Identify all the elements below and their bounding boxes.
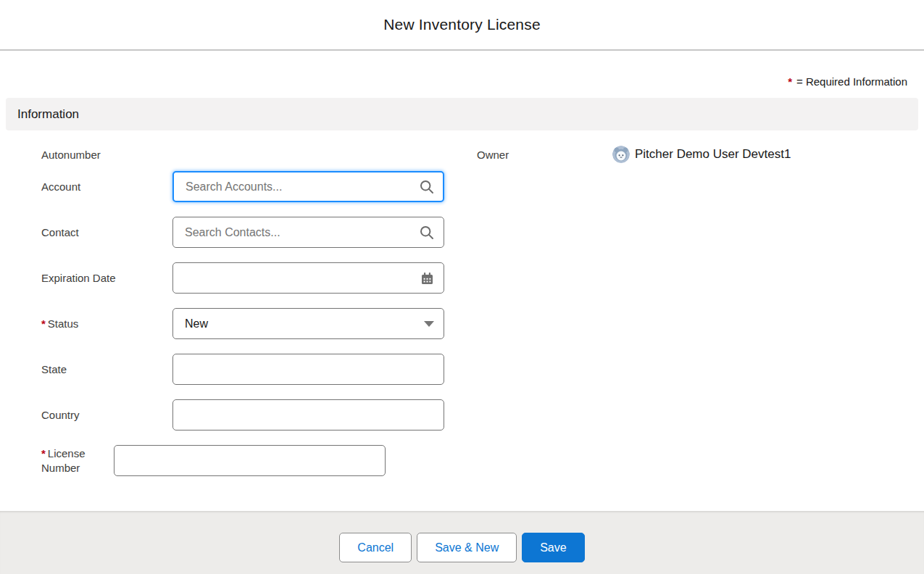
field-label-contact: Contact [41,225,172,240]
field-label-owner: Owner [477,149,612,161]
required-asterisk: * [41,317,46,330]
field-row-state: State [41,354,462,385]
form-grid: Autonumber Account [6,130,918,491]
required-asterisk: * [41,447,46,459]
state-input[interactable] [172,354,444,385]
field-label-expiration-date: Expiration Date [41,271,172,286]
account-search-input[interactable] [172,171,444,202]
save-and-new-button[interactable]: Save & New [417,533,517,562]
field-row-status: *Status New [41,308,462,339]
section-title: Information [17,107,79,122]
expiration-date-input[interactable] [172,262,444,294]
field-row-contact: Contact [41,217,462,248]
state-field-wrap [172,354,444,385]
cancel-button[interactable]: Cancel [339,533,412,562]
field-row-autonumber: Autonumber [41,148,462,162]
field-label-autonumber: Autonumber [41,148,172,162]
form-column-left: Autonumber Account [6,148,462,491]
new-inventory-license-modal: New Inventory License *= Required Inform… [0,0,924,491]
form-column-right: Owner [462,148,918,491]
owner-value: Pitcher Demo User Devtest1 [612,146,791,163]
field-row-country: Country [41,399,462,430]
field-row-account: Account [41,171,462,202]
modal-footer: Cancel Save & New Save [0,511,924,574]
save-button[interactable]: Save [522,533,584,562]
field-label-license-number: *License Number [41,446,114,476]
field-row-expiration-date: Expiration Date [41,262,462,294]
country-input[interactable] [172,399,444,430]
modal-body: *= Required Information Information Auto… [0,51,924,491]
contact-search-input[interactable] [172,217,444,248]
required-asterisk: * [788,75,792,88]
field-label-account: Account [41,180,172,194]
contact-lookup [172,217,444,248]
field-row-owner: Owner [477,146,918,163]
required-note: *= Required Information [6,51,918,98]
expiration-date-picker [172,262,444,294]
country-field-wrap [172,399,444,430]
field-label-status: *Status [41,317,172,331]
field-label-country: Country [41,408,172,423]
field-row-license-number: *License Number [41,445,462,476]
page-title: New Inventory License [383,16,541,33]
license-number-input[interactable] [114,445,386,476]
license-number-field-wrap [114,445,386,476]
account-lookup [172,171,444,202]
modal-header: New Inventory License [0,0,924,51]
status-combobox[interactable]: New [172,308,444,339]
user-avatar-icon [612,146,630,163]
status-selected-value: New [185,317,208,330]
owner-name: Pitcher Demo User Devtest1 [635,147,791,162]
field-label-state: State [41,362,172,377]
status-combobox-wrap: New [172,308,444,339]
section-header-information: Information [6,98,918,130]
required-note-text: = Required Information [796,75,907,88]
